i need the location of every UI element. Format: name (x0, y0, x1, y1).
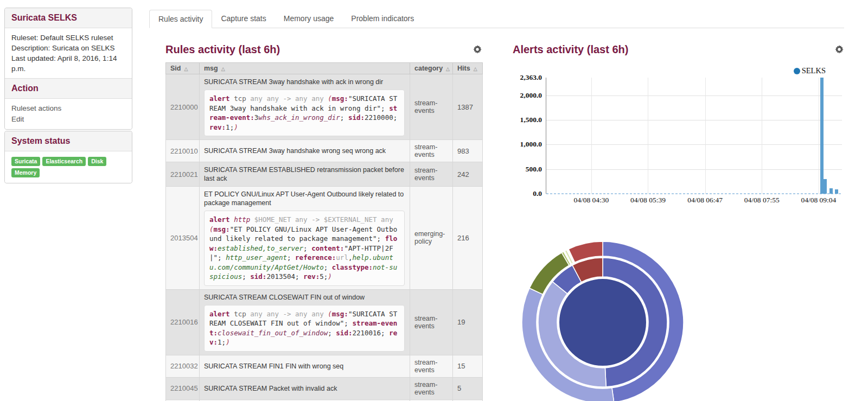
rule-hits: 983 (453, 140, 483, 162)
rule-msg-title: ET POLICY GNU/Linux APT User-Agent Outbo… (204, 190, 405, 207)
status-badges: SuricataElasticsearchDiskMemory (11, 156, 125, 179)
status-badge-suricata[interactable]: Suricata (11, 157, 40, 166)
chart-bar[interactable] (835, 189, 838, 194)
rule-code: alert tcp any any -> any any (msg:"SURIC… (204, 305, 405, 352)
x-axis-label: 04/08 05:39 (630, 196, 666, 205)
rule-sid[interactable]: 2210021 (166, 162, 200, 187)
rule-hits: 15 (453, 355, 483, 377)
rule-msg: SURICATA STREAM CLOSEWAIT FIN out of win… (200, 289, 410, 355)
ruleset-panel-title: Suricata SELKS (5, 8, 132, 28)
tab-rules-activity[interactable]: Rules activity (149, 10, 212, 28)
sort-icon: △ (221, 66, 225, 72)
status-badge-elasticsearch[interactable]: Elasticsearch (42, 157, 86, 166)
rule-category: stream-events (410, 377, 453, 399)
sort-icon: △ (446, 66, 450, 72)
rule-category: stream-events (410, 74, 453, 140)
ruleset-info: Ruleset: Default SELKS rulesetDescriptio… (5, 28, 132, 78)
action-link-ruleset-actions[interactable]: Ruleset actions (11, 103, 125, 114)
rule-sid[interactable]: 2210016 (166, 289, 200, 355)
h-gridline (546, 169, 842, 170)
column-header-sid[interactable]: Sid△ (166, 63, 200, 74)
sort-icon: △ (184, 66, 188, 72)
rule-sid[interactable]: 2210010 (166, 140, 200, 162)
rule-msg-title: SURICATA STREAM 3way handshake with ack … (204, 78, 405, 86)
y-axis-label: 1,500.0 (510, 116, 542, 124)
status-badge-disk[interactable]: Disk (88, 157, 106, 166)
x-axis-label: 04/08 06:47 (687, 196, 723, 205)
action-link-edit[interactable]: Edit (11, 114, 125, 125)
category-sunburst-chart[interactable] (521, 241, 684, 401)
rule-category: stream-events (410, 289, 453, 355)
h-gridline (546, 96, 842, 96)
y-axis-label: 2,363.0 (510, 73, 542, 82)
y-axis-label: 2,000.0 (510, 91, 542, 100)
tab-memory-usage[interactable]: Memory usage (275, 10, 343, 28)
alerts-activity-title: Alerts activity (last 6h) (513, 43, 628, 56)
rule-category: stream-events (410, 162, 453, 187)
tab-bar: Rules activityCapture statsMemory usageP… (149, 10, 844, 28)
table-row: 2013504ET POLICY GNU/Linux APT User-Agen… (166, 187, 483, 290)
ruleset-panel: Suricata SELKS Ruleset: Default SELKS ru… (4, 8, 132, 130)
legend-dot-icon (794, 68, 800, 74)
column-header-hits[interactable]: Hits△ (453, 63, 483, 74)
rule-sid[interactable]: 2210045 (166, 377, 200, 399)
rules-table-header: Sid△msg△category△Hits△ (166, 63, 483, 74)
rule-msg: SURICATA STREAM 3way handshake with ack … (200, 74, 410, 140)
chart-legend[interactable]: SELKS (794, 66, 826, 75)
zero-dotted-line (546, 193, 842, 194)
system-status-title: System status (5, 131, 132, 151)
alerts-bar-chart: 2,363.02,000.01,500.01,000.0500.00.004/0… (513, 78, 844, 194)
rule-msg-title: SURICATA STREAM CLOSEWAIT FIN out of win… (204, 293, 405, 302)
y-axis-label: 1,000.0 (510, 140, 542, 149)
column-label: msg (204, 65, 218, 72)
rules-activity-panel: Rules activity (last 6h) Sid△msg△categor… (165, 43, 482, 401)
rule-msg: SURICATA STREAM 3way handshake wrong seq… (200, 140, 410, 162)
y-axis-label: 500.0 (510, 165, 542, 174)
tab-problem-indicators[interactable]: Problem indicators (342, 10, 423, 28)
table-row: 2210021SURICATA STREAM ESTABLISHED retra… (166, 162, 483, 187)
rule-sid[interactable]: 2013504 (166, 187, 200, 290)
column-label: Hits (457, 65, 470, 72)
v-gridline (819, 78, 819, 194)
v-gridline (648, 78, 648, 194)
rule-category: stream-events (410, 140, 453, 162)
status-badge-memory[interactable]: Memory (11, 168, 40, 177)
table-row: 2210045SURICATA STREAM Packet with inval… (166, 377, 483, 399)
x-axis-label: 04/08 07:55 (744, 196, 780, 205)
gear-icon[interactable] (473, 44, 482, 54)
rule-msg: SURICATA STREAM Packet with invalid ack (200, 377, 410, 399)
table-row: 2210010SURICATA STREAM 3way handshake wr… (166, 140, 483, 162)
ruleset-info-line: Description: Suricata on SELKS (11, 43, 125, 53)
rule-hits: 5 (453, 377, 483, 399)
rule-hits: 1387 (453, 74, 483, 140)
ruleset-info-line: Ruleset: Default SELKS ruleset (11, 33, 125, 43)
column-header-category[interactable]: category△ (410, 63, 453, 74)
rule-msg: SURICATA STREAM ESTABLISHED retransmissi… (200, 162, 410, 187)
rule-code: alert http $HOME_NET any -> $EXTERNAL_NE… (204, 211, 405, 286)
legend-label: SELKS (802, 66, 826, 75)
system-status-panel: System status SuricataElasticsearchDiskM… (4, 131, 132, 183)
x-axis-label: 04/08 04:30 (573, 196, 609, 205)
v-gridline (762, 78, 762, 194)
table-row: 2210032SURICATA STREAM FIN1 FIN with wro… (166, 355, 483, 377)
rule-sid[interactable]: 2210032 (166, 355, 200, 377)
gear-icon[interactable] (834, 44, 844, 54)
sunburst-center[interactable] (559, 278, 647, 366)
rule-msg: SURICATA STREAM FIN1 FIN with wrong seq (200, 355, 410, 377)
column-label: category (414, 65, 443, 72)
chart-bar[interactable] (829, 188, 833, 194)
ruleset-info-line: Last updated: April 8, 2016, 1:14 p.m. (11, 53, 125, 74)
alerts-activity-panel: Alerts activity (last 6h) SELKS 2,363.02… (513, 43, 844, 401)
y-axis-label: 0.0 (510, 189, 542, 198)
x-axis-label: 04/08 09:04 (801, 196, 836, 205)
rules-table: Sid△msg△category△Hits△ 2210000SURICATA S… (165, 62, 483, 401)
h-gridline (546, 120, 842, 120)
v-gridline (705, 78, 706, 194)
column-header-msg[interactable]: msg△ (200, 63, 410, 74)
rule-msg-title: SURICATA STREAM 3way handshake wrong seq… (204, 147, 405, 155)
rule-sid[interactable]: 2210000 (166, 74, 200, 140)
chart-bar[interactable] (820, 78, 824, 194)
chart-bar[interactable] (824, 179, 827, 194)
rule-msg-title: SURICATA STREAM FIN1 FIN with wrong seq (204, 362, 405, 371)
tab-capture-stats[interactable]: Capture stats (212, 10, 275, 28)
